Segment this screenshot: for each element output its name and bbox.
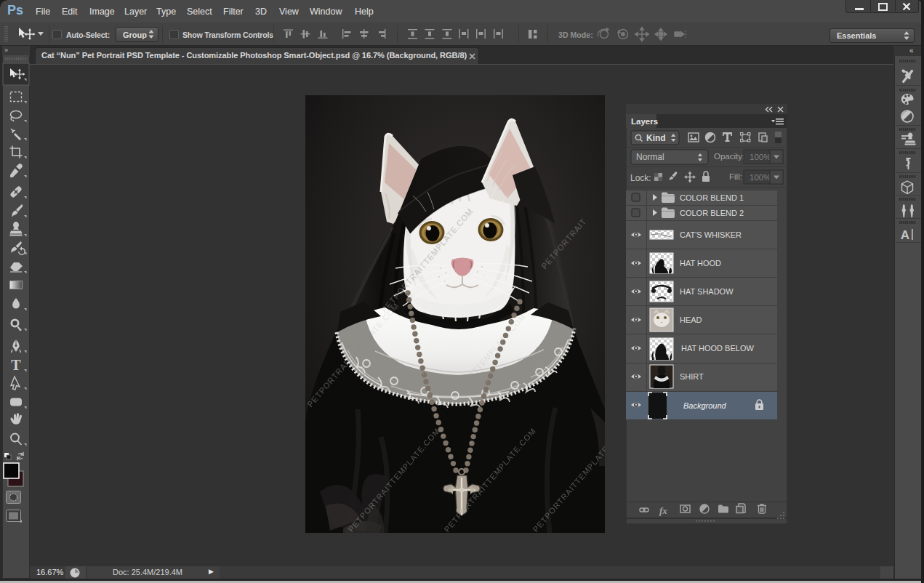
svg-text:HAT SHADOW: HAT SHADOW (680, 287, 734, 296)
svg-text:COLOR BLEND 1: COLOR BLEND 1 (680, 193, 744, 202)
svg-text:HAT HOOD BELOW: HAT HOOD BELOW (681, 344, 754, 353)
svg-text:Layers: Layers (631, 117, 658, 126)
svg-text:fx: fx (659, 505, 667, 516)
svg-text:Kind: Kind (646, 133, 666, 143)
svg-text:Opacity:: Opacity: (714, 152, 744, 161)
svg-text:HEAD: HEAD (680, 315, 702, 324)
svg-text:100%: 100% (750, 173, 771, 182)
svg-text:A: A (901, 228, 909, 242)
svg-text:COLOR BLEND 2: COLOR BLEND 2 (680, 209, 744, 217)
svg-text:SHIRT: SHIRT (680, 372, 704, 381)
svg-text:100%: 100% (750, 153, 771, 161)
svg-text:T: T (11, 357, 21, 373)
svg-text:Lock:: Lock: (630, 173, 651, 183)
svg-text:HAT HOOD: HAT HOOD (680, 259, 721, 268)
svg-text:CAT'S WHISKER: CAT'S WHISKER (680, 230, 742, 239)
svg-text:Background: Background (683, 401, 727, 410)
svg-text:Normal: Normal (636, 152, 664, 162)
svg-text:Fill:: Fill: (729, 172, 742, 181)
